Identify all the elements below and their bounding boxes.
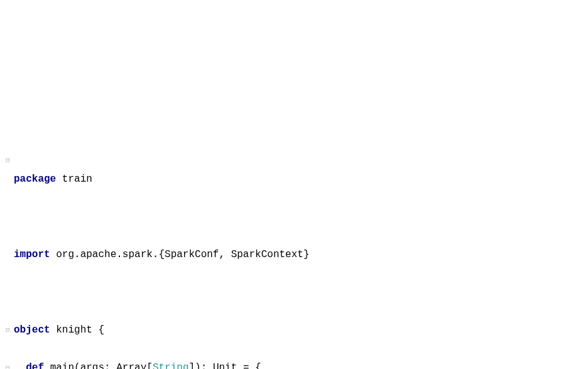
bracket-open: [ [146, 362, 153, 369]
method-name: main [50, 362, 74, 369]
code-editor[interactable]: ⊟ ⊟ ⊟ ⊟ package train import org.apache.… [5, 75, 583, 369]
type-string: String [153, 362, 189, 369]
code-line[interactable] [14, 283, 583, 302]
keyword-package: package [14, 173, 56, 185]
param-type: Array [116, 362, 146, 369]
params-close: ): [195, 362, 213, 369]
code-line[interactable]: package train [14, 170, 583, 189]
package-name: train [62, 173, 92, 185]
keyword-def: def [26, 362, 44, 369]
keyword-object: object [14, 324, 50, 336]
code-line[interactable]: object knight { [14, 321, 583, 339]
return-type: Unit [213, 362, 237, 369]
eq-brace: = { [237, 362, 261, 369]
brace-open: { [98, 324, 104, 336]
fold-gutter: ⊟ [6, 321, 10, 339]
params-open: (args: [74, 362, 116, 369]
code-line[interactable]: import org.apache.spark.{SparkConf, Spar… [14, 245, 583, 264]
bracket-close: ] [188, 362, 195, 369]
object-name: knight [56, 324, 92, 336]
fold-gutter: ⊟ [6, 151, 10, 170]
keyword-import: import [14, 249, 50, 260]
fold-gutter: ⊟ [6, 358, 10, 369]
import-path: org.apache.spark.{SparkConf, SparkContex… [56, 249, 309, 260]
code-line[interactable] [14, 207, 583, 226]
code-line[interactable]: def main(args: Array[String]): Unit = { [14, 358, 583, 369]
